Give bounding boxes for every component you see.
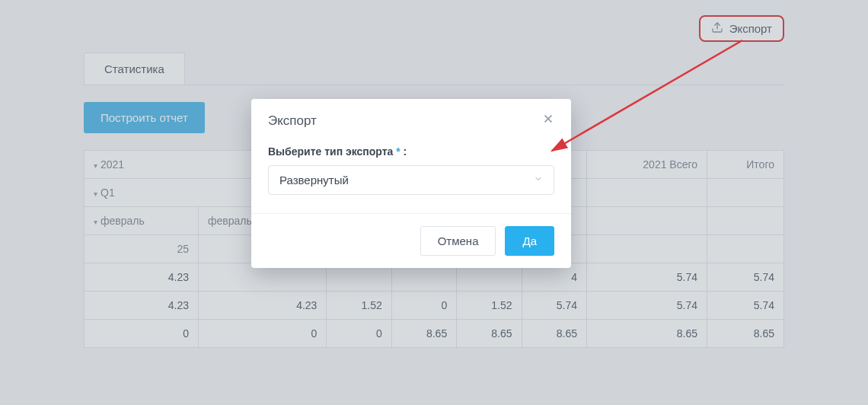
modal-body: Выберите тип экспорта * : Развернутый [251,135,571,213]
export-type-label: Выберите тип экспорта * : [268,145,554,158]
export-type-value: Развернутый [279,174,349,187]
export-type-select[interactable]: Развернутый [268,165,554,195]
confirm-button[interactable]: Да [505,226,554,256]
chevron-down-icon [534,174,543,186]
modal-header: Экспорт [251,99,571,135]
close-icon[interactable] [542,113,554,129]
modal-footer: Отмена Да [251,213,571,268]
export-modal: Экспорт Выберите тип экспорта * : Развер… [251,99,571,268]
modal-title: Экспорт [268,113,317,129]
cancel-button[interactable]: Отмена [420,226,496,256]
